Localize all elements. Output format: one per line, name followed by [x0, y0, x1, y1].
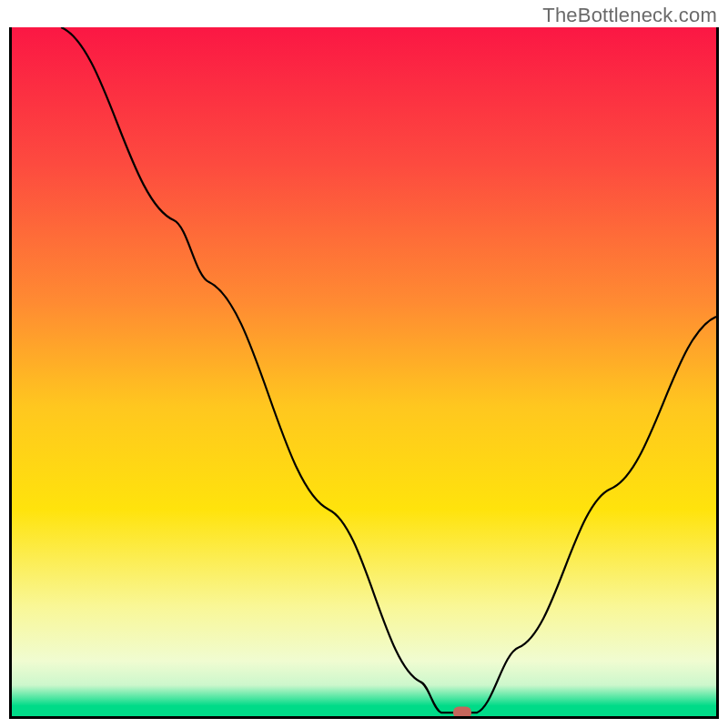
- attribution-text: TheBottleneck.com: [542, 4, 717, 27]
- chart-background-gradient: [12, 27, 716, 716]
- chart-plot-area: [9, 27, 719, 719]
- optimal-point-marker: [453, 707, 471, 719]
- svg-rect-0: [12, 27, 716, 716]
